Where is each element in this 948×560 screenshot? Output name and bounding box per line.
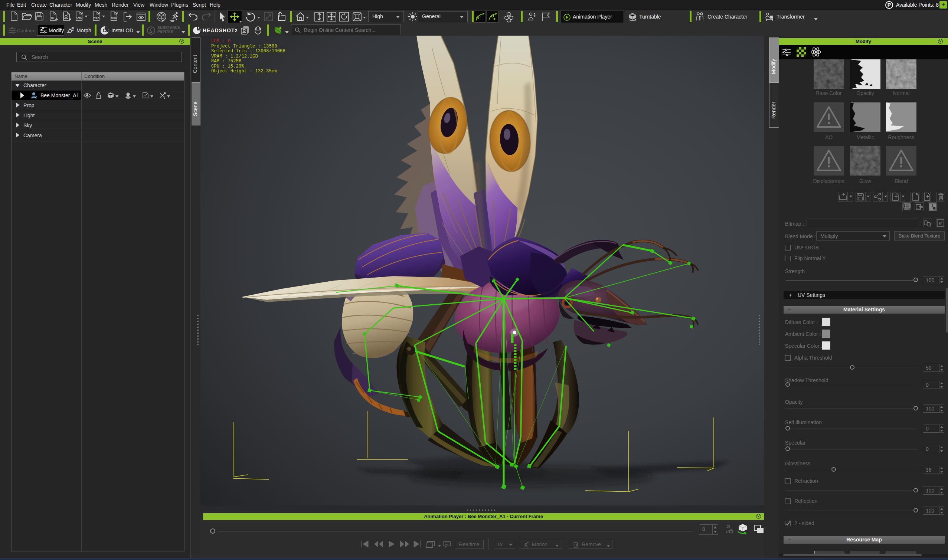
svg-text:USD: USD (111, 16, 117, 19)
svg-text:FBX: FBX (94, 16, 100, 19)
svg-text:OBJ: OBJ (77, 16, 82, 19)
svg-text:IC: IC (51, 16, 54, 20)
